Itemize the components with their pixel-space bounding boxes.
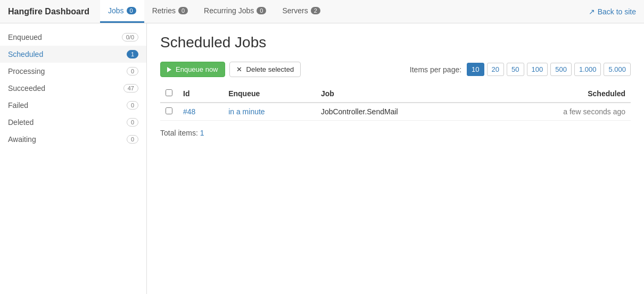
delete-selected-label: Delete selected (246, 65, 294, 73)
jobs-table: Id Enqueue Job Scheduled (160, 85, 631, 121)
nav-tab-servers[interactable]: Servers 2 (274, 0, 328, 23)
sidebar-item-awaiting[interactable]: Awaiting 0 (0, 131, 146, 148)
page-size-5000[interactable]: 5.000 (604, 63, 631, 76)
sidebar-item-processing-badge: 0 (127, 67, 138, 75)
play-icon (167, 67, 171, 72)
total-items-count: 1 (200, 129, 204, 137)
sidebar-item-enqueued-badge: 0/0 (122, 33, 138, 41)
external-link-icon: ↗ (589, 7, 595, 16)
table-header: Id Enqueue Job Scheduled (160, 85, 631, 103)
toolbar: Enqueue now ✕ Delete selected Items per … (160, 62, 631, 77)
row-id-cell: #48 (178, 103, 223, 121)
col-id: Id (178, 85, 223, 103)
nav-tab-servers-label: Servers (282, 6, 308, 15)
sidebar-item-processing-label: Processing (8, 67, 45, 75)
select-all-checkbox[interactable] (166, 89, 172, 96)
nav-tab-jobs[interactable]: Jobs 0 (100, 0, 144, 23)
sidebar-item-failed-label: Failed (8, 101, 28, 110)
items-per-page: Items per page: 10 20 50 100 500 1.000 5… (410, 63, 631, 76)
nav-tab-servers-badge: 2 (311, 7, 320, 14)
enqueue-now-label: Enqueue now (176, 65, 218, 73)
row-scheduled-time: a few seconds ago (563, 107, 625, 116)
col-enqueue: Enqueue (223, 85, 316, 103)
top-nav: Hangfire Dashboard Jobs 0 Retries 0 Recu… (0, 0, 644, 23)
items-per-page-label: Items per page: (410, 65, 461, 74)
select-all-col (160, 85, 178, 103)
main-content: Scheduled Jobs Enqueue now ✕ Delete sele… (147, 23, 644, 294)
nav-tab-recurring-badge: 0 (257, 7, 266, 14)
brand: Hangfire Dashboard (8, 7, 89, 16)
nav-tab-jobs-badge: 0 (127, 7, 136, 14)
sidebar-item-scheduled-badge: 1 (127, 50, 138, 58)
nav-tab-recurring[interactable]: Recurring Jobs 0 (196, 0, 274, 23)
row-job-cell: JobController.SendMail (316, 103, 488, 121)
sidebar-item-enqueued[interactable]: Enqueued 0/0 (0, 29, 146, 46)
table-row: #48 in a minute JobController.SendMail a… (160, 103, 631, 121)
layout: Enqueued 0/0 Scheduled 1 Processing 0 Su… (0, 23, 644, 294)
back-to-site-label: Back to site (598, 7, 636, 16)
back-to-site-link[interactable]: ↗ Back to site (589, 7, 636, 16)
enqueue-now-button[interactable]: Enqueue now (160, 62, 225, 77)
row-job-name: JobController.SendMail (321, 107, 398, 116)
row-checkbox[interactable] (166, 107, 172, 114)
page-size-50[interactable]: 50 (507, 63, 524, 76)
x-icon: ✕ (236, 65, 242, 73)
total-items-label: Total items: (160, 129, 198, 137)
page-size-20[interactable]: 20 (487, 63, 504, 76)
delete-selected-button[interactable]: ✕ Delete selected (229, 62, 301, 77)
sidebar-item-succeeded-label: Succeeded (8, 84, 45, 93)
nav-tabs: Jobs 0 Retries 0 Recurring Jobs 0 Server… (100, 0, 589, 23)
col-scheduled: Scheduled (488, 85, 631, 103)
page-title: Scheduled Jobs (160, 34, 631, 51)
col-job: Job (316, 85, 488, 103)
row-scheduled-cell: a few seconds ago (488, 103, 631, 121)
nav-tab-retries[interactable]: Retries 0 (144, 0, 196, 23)
page-size-10[interactable]: 10 (467, 63, 484, 76)
row-enqueue-cell: in a minute (223, 103, 316, 121)
sidebar-item-failed[interactable]: Failed 0 (0, 97, 146, 114)
row-enqueue-time: in a minute (228, 107, 265, 116)
sidebar-item-deleted-label: Deleted (8, 118, 34, 127)
nav-tab-retries-badge: 0 (178, 7, 188, 14)
sidebar: Enqueued 0/0 Scheduled 1 Processing 0 Su… (0, 23, 147, 294)
sidebar-item-awaiting-badge: 0 (127, 135, 138, 144)
sidebar-item-awaiting-label: Awaiting (8, 135, 36, 144)
sidebar-item-scheduled[interactable]: Scheduled 1 (0, 46, 146, 63)
nav-tab-retries-label: Retries (152, 6, 176, 15)
nav-tab-jobs-label: Jobs (108, 6, 124, 15)
sidebar-item-succeeded[interactable]: Succeeded 47 (0, 80, 146, 97)
row-checkbox-cell (160, 103, 178, 121)
sidebar-item-enqueued-label: Enqueued (8, 33, 42, 41)
sidebar-item-processing[interactable]: Processing 0 (0, 63, 146, 80)
sidebar-item-failed-badge: 0 (127, 101, 138, 110)
table-body: #48 in a minute JobController.SendMail a… (160, 103, 631, 121)
page-size-100[interactable]: 100 (527, 63, 548, 76)
sidebar-item-succeeded-badge: 47 (123, 84, 138, 93)
job-id-link[interactable]: #48 (183, 107, 195, 116)
total-items: Total items: 1 (160, 129, 631, 137)
sidebar-item-scheduled-label: Scheduled (8, 50, 43, 58)
page-size-500[interactable]: 500 (550, 63, 572, 76)
toolbar-left: Enqueue now ✕ Delete selected (160, 62, 301, 77)
sidebar-item-deleted-badge: 0 (127, 118, 138, 127)
page-size-1000[interactable]: 1.000 (574, 63, 601, 76)
nav-tab-recurring-label: Recurring Jobs (204, 6, 254, 15)
sidebar-item-deleted[interactable]: Deleted 0 (0, 114, 146, 131)
